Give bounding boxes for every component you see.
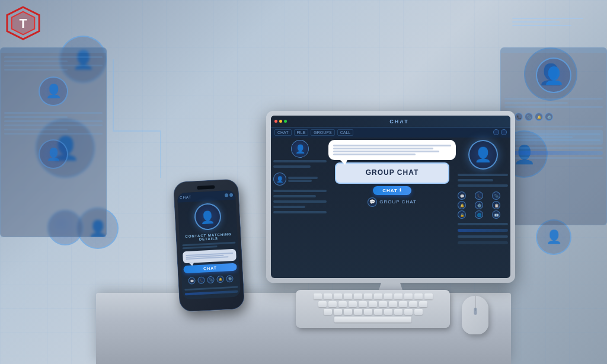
monitor-icon-4[interactable]: 🔔 [458, 201, 466, 209]
phone-progress-bar [185, 290, 238, 296]
phone-icon-1[interactable]: 💬 [188, 277, 196, 285]
key [314, 293, 322, 299]
key-row-1 [299, 293, 446, 299]
group-chat-bottom-label: GROUP CHAT [379, 199, 417, 205]
key [324, 293, 332, 299]
phone-icon-3[interactable]: 📎 [207, 276, 215, 284]
key [354, 293, 362, 299]
svg-text:T: T [20, 17, 27, 31]
phone-header-bar: CHAT [177, 190, 236, 203]
phone-title: CHAT [180, 195, 191, 199]
phone-status-1 [225, 193, 228, 197]
mc-right-line-5 [458, 235, 508, 238]
phone-chat-button-label: CHAT [203, 266, 217, 270]
mouse-body [462, 296, 488, 334]
monitor-left-col: 👤 👤 [273, 140, 327, 270]
monitor-icon-1[interactable]: 💬 [458, 191, 466, 200]
monitor-avatar-left-top: 👤 [291, 140, 309, 158]
key [419, 301, 427, 307]
monitor-icon-9[interactable]: 📧 [492, 210, 500, 219]
chat-button-label: CHAT [382, 188, 398, 193]
key [409, 301, 417, 307]
monitor-tab-file[interactable]: FILE [294, 129, 309, 136]
key [354, 309, 362, 315]
monitor-status-bar [458, 229, 508, 232]
key [318, 301, 327, 307]
circuit-line-2 [113, 130, 160, 132]
mobile-phone: CHAT 👤 CONTACT MATCHING DETAILS [177, 180, 242, 311]
phone-icon-4[interactable]: 🔔 [216, 276, 224, 283]
bubble-content [333, 145, 451, 155]
phone-screen: CHAT 👤 CONTACT MATCHING DETAILS [177, 190, 241, 300]
mc-line-9 [273, 211, 327, 213]
phone-icon-5[interactable]: ⚙️ [226, 275, 234, 283]
phone-line-2 [183, 245, 218, 249]
monitor-icon-2[interactable]: 📞 [475, 191, 483, 200]
monitor-icon-7[interactable]: 🔒 [458, 210, 466, 219]
bg-panel-right: 👤 💬 📞 📎 🔔 ⚙️ [500, 47, 607, 225]
chat-button[interactable]: CHAT ℹ [373, 186, 411, 195]
monitor-nav-tabs: CHAT FILE GROUPS CALL [271, 127, 510, 138]
key [404, 293, 413, 299]
mc-line-7 [273, 200, 327, 203]
mouse-scroll-wheel [474, 308, 477, 315]
tr-line-3 [512, 25, 571, 26]
key [324, 309, 332, 315]
key [334, 309, 342, 315]
monitor-icon-3[interactable]: 📎 [492, 191, 500, 200]
monitor-tab-groups[interactable]: GROUPS [311, 129, 334, 136]
monitor-screen: CHAT CHAT FILE GROUPS CALL [271, 116, 510, 278]
key [424, 293, 433, 299]
close-dot [274, 120, 277, 123]
monitor-center-col: GROUP CHAT CHAT ℹ 💬 GROUP CHAT [328, 140, 456, 270]
keyboard-body [296, 290, 450, 328]
key [384, 293, 392, 299]
bubble-line-2 [333, 148, 433, 149]
phone-avatar: 👤 [193, 203, 221, 231]
mc-line-1 [273, 160, 327, 162]
phone-speech-bubble [183, 249, 237, 264]
group-chat-label-row: 💬 GROUP CHAT [368, 197, 417, 207]
monitor-right-col: 👤 💬 📞 📎 🔔 ⚙️ 📋 🔒 [458, 140, 508, 270]
key-row-3 [299, 309, 446, 315]
key [379, 301, 387, 307]
desktop-monitor: CHAT CHAT FILE GROUPS CALL [266, 111, 515, 305]
key [334, 293, 342, 299]
key [374, 293, 382, 299]
monitor-tab-call[interactable]: CALL [337, 129, 354, 136]
avatar-icon-right-bot: 👤 [537, 221, 570, 254]
phone-user-name: CONTACT MATCHING DETAILS [182, 232, 236, 242]
key-row-2 [299, 301, 446, 307]
key [394, 309, 402, 315]
key [344, 293, 352, 299]
monitor-icon-8[interactable]: 🌐 [475, 210, 483, 219]
phone-icon-2[interactable]: 📞 [197, 276, 205, 284]
key [349, 301, 357, 307]
chat-button-icon: ℹ [400, 188, 402, 193]
monitor-tab-chat[interactable]: CHAT [274, 129, 292, 136]
monitor-icon-5[interactable]: ⚙️ [475, 201, 483, 209]
phone-notch [197, 185, 215, 190]
minimize-dot [279, 120, 282, 123]
monitor-header-bar: CHAT [271, 116, 510, 127]
bubble-line-4 [333, 154, 416, 155]
monitor-main-content: 👤 👤 [271, 138, 510, 273]
monitor-window-title: CHAT [292, 119, 507, 124]
bg-panel-left: 👤 👤 [0, 47, 107, 237]
monitor-status-dot-1 [493, 129, 499, 135]
phone-icons-row: 💬 📞 📎 🔔 ⚙️ [181, 273, 240, 286]
mc-right-line-4 [458, 223, 508, 225]
monitor-icon-6[interactable]: 📋 [492, 201, 500, 209]
mc-line-6 [273, 195, 316, 197]
key-row-4 [299, 317, 446, 323]
monitor-bezel: CHAT CHAT FILE GROUPS CALL [266, 111, 515, 283]
circuit-line-1 [113, 59, 114, 130]
mouse [462, 296, 488, 334]
mc-line-8 [273, 206, 305, 208]
group-chat-icon: 💬 [368, 197, 377, 207]
key [399, 301, 407, 307]
monitor-avatar-small-1: 👤 [273, 173, 286, 186]
circuit-line-3 [160, 130, 161, 178]
phone-status-2 [229, 193, 233, 197]
maximize-dot [284, 120, 287, 123]
